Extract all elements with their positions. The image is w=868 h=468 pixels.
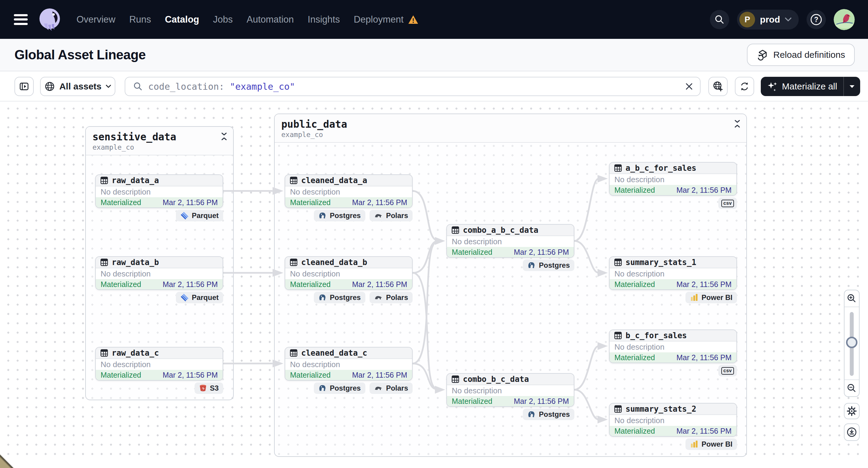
zoom-slider-thumb[interactable] bbox=[846, 337, 858, 348]
kind-tag-csv[interactable]: csv bbox=[718, 197, 737, 209]
kind-tag-postgres[interactable]: Postgres bbox=[314, 382, 365, 394]
asset-node-b_c_for_sales[interactable]: b_c_for_sales No description Materialize… bbox=[609, 330, 737, 363]
asset-node-cleaned_data_b[interactable]: cleaned_data_b No description Materializ… bbox=[285, 256, 413, 290]
canvas-corner-decoration bbox=[0, 454, 14, 468]
asset-node-summary_stats_1[interactable]: summary_stats_1 No description Materiali… bbox=[609, 256, 737, 290]
nav-item-deployment[interactable]: Deployment bbox=[353, 14, 403, 25]
asset-node-a_b_c_for_sales[interactable]: a_b_c_for_sales No description Materiali… bbox=[609, 162, 737, 196]
zoom-in-button[interactable] bbox=[844, 290, 859, 307]
nav-item-insights[interactable]: Insights bbox=[308, 14, 340, 25]
graph-settings-button[interactable] bbox=[844, 403, 860, 419]
materialization-timestamp[interactable]: Mar 2, 11:56 PM bbox=[352, 371, 407, 379]
nav-item-catalog[interactable]: Catalog bbox=[165, 14, 199, 25]
materialization-timestamp[interactable]: Mar 2, 11:56 PM bbox=[677, 427, 732, 435]
table-icon bbox=[614, 258, 622, 267]
kind-tag-postgres[interactable]: Postgres bbox=[314, 210, 365, 221]
help-icon: ? bbox=[810, 13, 823, 26]
powerbi-icon bbox=[690, 293, 699, 302]
asset-description: No description bbox=[285, 268, 412, 279]
group-header[interactable]: sensitive_data example_co bbox=[86, 127, 233, 155]
asset-node-raw_data_c[interactable]: raw_data_c No description Materialized M… bbox=[95, 347, 223, 381]
kind-tag-polars[interactable]: Polars bbox=[370, 382, 413, 394]
search-icon bbox=[133, 82, 143, 91]
reload-definitions-button[interactable]: Reload definitions bbox=[747, 44, 855, 66]
search-query-field: code_location: bbox=[148, 81, 224, 92]
polars-icon bbox=[374, 212, 383, 219]
materialization-timestamp[interactable]: Mar 2, 11:56 PM bbox=[677, 280, 732, 289]
materialization-timestamp[interactable]: Mar 2, 11:56 PM bbox=[677, 186, 732, 194]
download-graph-button[interactable] bbox=[844, 424, 860, 441]
table-icon bbox=[451, 375, 460, 383]
nav-item-jobs[interactable]: Jobs bbox=[213, 14, 232, 25]
global-search-button[interactable] bbox=[710, 10, 729, 29]
nav-item-automation[interactable]: Automation bbox=[247, 14, 294, 25]
materialization-timestamp[interactable]: Mar 2, 11:56 PM bbox=[163, 371, 218, 379]
materialization-timestamp[interactable]: Mar 2, 11:56 PM bbox=[352, 198, 407, 207]
asset-scope-dropdown[interactable]: All assets bbox=[40, 77, 115, 96]
materialization-timestamp[interactable]: Mar 2, 11:56 PM bbox=[163, 198, 218, 207]
collapse-group-button[interactable] bbox=[220, 132, 228, 141]
asset-node-raw_data_b[interactable]: raw_data_b No description Materialized M… bbox=[95, 256, 223, 290]
kind-tag-parquet[interactable]: Parquet bbox=[176, 210, 223, 221]
asset-description: No description bbox=[610, 415, 736, 426]
status-badge: Materialized bbox=[614, 280, 655, 289]
dagster-logo-icon[interactable] bbox=[37, 7, 63, 33]
materialization-timestamp[interactable]: Mar 2, 11:56 PM bbox=[514, 248, 569, 257]
asset-description: No description bbox=[96, 359, 223, 370]
materialization-timestamp[interactable]: Mar 2, 11:56 PM bbox=[677, 353, 732, 362]
kind-tag-polars[interactable]: Polars bbox=[370, 292, 413, 303]
materialize-options-button[interactable] bbox=[844, 77, 860, 96]
asset-node-cleaned_data_a[interactable]: cleaned_data_a No description Materializ… bbox=[285, 175, 413, 208]
refresh-graph-button[interactable] bbox=[735, 77, 754, 96]
parquet-icon bbox=[180, 211, 189, 220]
kind-tag-s3[interactable]: S3 bbox=[194, 382, 223, 394]
environment-switcher[interactable]: P prod bbox=[737, 10, 799, 30]
warning-icon bbox=[408, 15, 418, 24]
table-icon bbox=[614, 331, 622, 340]
kind-tag-powerbi[interactable]: Power BI bbox=[685, 438, 737, 450]
kind-tag-postgres[interactable]: Postgres bbox=[314, 292, 365, 303]
materialization-timestamp[interactable]: Mar 2, 11:56 PM bbox=[352, 280, 407, 289]
asset-node-combo_a_b_c_data[interactable]: combo_a_b_c_data No description Material… bbox=[446, 224, 575, 258]
zoom-out-button[interactable] bbox=[844, 380, 859, 396]
search-query-value: "example_co" bbox=[230, 81, 295, 92]
nav-item-runs[interactable]: Runs bbox=[129, 14, 151, 25]
asset-node-summary_stats_2[interactable]: summary_stats_2 No description Materiali… bbox=[609, 403, 737, 437]
asset-search-input[interactable]: code_location:"example_co" bbox=[125, 77, 701, 96]
asset-name: cleaned_data_c bbox=[301, 348, 367, 357]
help-button[interactable]: ? bbox=[807, 10, 826, 29]
gear-icon bbox=[846, 406, 857, 416]
group-header[interactable]: public_data example_co bbox=[275, 114, 746, 143]
kind-tag-powerbi[interactable]: Power BI bbox=[685, 292, 737, 303]
asset-description: No description bbox=[447, 385, 574, 396]
asset-node-combo_b_c_data[interactable]: combo_b_c_data No description Materializ… bbox=[446, 373, 575, 407]
materialization-timestamp[interactable]: Mar 2, 11:56 PM bbox=[514, 397, 569, 406]
clear-search-button[interactable] bbox=[685, 82, 693, 91]
asset-node-cleaned_data_c[interactable]: cleaned_data_c No description Materializ… bbox=[285, 347, 413, 381]
asset-description: No description bbox=[610, 268, 736, 279]
user-avatar[interactable] bbox=[834, 9, 855, 30]
materialization-timestamp[interactable]: Mar 2, 11:56 PM bbox=[163, 280, 218, 289]
asset-description: No description bbox=[285, 359, 412, 370]
status-badge: Materialized bbox=[101, 280, 141, 289]
asset-description: No description bbox=[610, 174, 736, 185]
status-badge: Materialized bbox=[101, 371, 141, 379]
materialize-all-button[interactable]: Materialize all bbox=[761, 77, 843, 96]
kind-tag-csv[interactable]: csv bbox=[718, 365, 737, 376]
nav-item-overview[interactable]: Overview bbox=[76, 14, 115, 25]
status-badge: Materialized bbox=[614, 353, 655, 362]
group-code-location: example_co bbox=[281, 131, 740, 138]
menu-icon[interactable] bbox=[14, 14, 28, 25]
kind-tag-postgres[interactable]: Postgres bbox=[523, 259, 575, 271]
collapse-group-button[interactable] bbox=[733, 119, 742, 129]
kind-tag-polars[interactable]: Polars bbox=[370, 210, 413, 221]
asset-node-raw_data_a[interactable]: raw_data_a No description Materialized M… bbox=[95, 175, 223, 208]
reload-definitions-label: Reload definitions bbox=[773, 50, 845, 60]
kind-tag-parquet[interactable]: Parquet bbox=[176, 292, 223, 303]
filter-code-location-button[interactable] bbox=[708, 77, 727, 96]
reload-definitions-icon bbox=[756, 49, 769, 61]
status-badge: Materialized bbox=[614, 427, 655, 435]
kind-tag-postgres[interactable]: Postgres bbox=[523, 409, 575, 420]
asset-name: summary_stats_1 bbox=[625, 258, 696, 267]
toggle-sidebar-button[interactable] bbox=[14, 77, 34, 96]
